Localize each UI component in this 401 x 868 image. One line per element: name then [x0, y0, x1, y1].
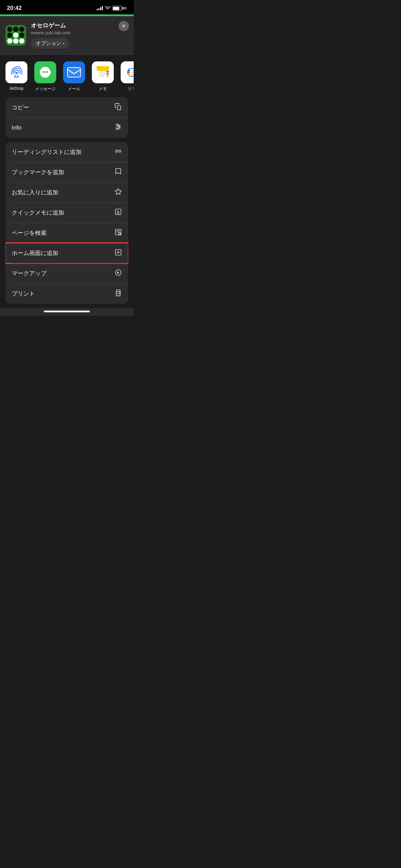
- airdrop-svg: [10, 65, 23, 79]
- print-icon: [114, 289, 122, 298]
- copy-icon: [114, 103, 122, 112]
- notes-label: メモ: [99, 86, 107, 92]
- info-label: Info: [12, 124, 21, 131]
- options-button[interactable]: オプション ›: [31, 38, 69, 49]
- svg-point-27: [128, 73, 130, 75]
- markup-label: マークアップ: [12, 269, 47, 277]
- svg-rect-18: [99, 74, 107, 74]
- reading-list-icon: [114, 147, 122, 157]
- app-item-notes[interactable]: メモ: [92, 61, 114, 92]
- svg-point-10: [45, 71, 46, 73]
- svg-point-20: [107, 71, 109, 73]
- svg-line-35: [119, 125, 120, 125]
- notes-icon: [92, 61, 114, 83]
- favorites-icon: [114, 188, 122, 197]
- share-url: reversi.yuki-lab.com: [31, 30, 128, 35]
- svg-rect-19: [99, 76, 104, 76]
- svg-point-43: [119, 150, 121, 152]
- app-item-messages[interactable]: メッセージ: [34, 61, 56, 92]
- copy-item[interactable]: コピー: [5, 97, 128, 118]
- svg-rect-28: [131, 70, 134, 71]
- print-label: プリント: [12, 290, 35, 298]
- signal-icon: [97, 6, 103, 10]
- share-header: オセロゲーム reversi.yuki-lab.com オプション › ✕: [0, 16, 134, 54]
- mail-icon: [63, 61, 85, 83]
- share-info: オセロゲーム reversi.yuki-lab.com オプション ›: [31, 22, 128, 49]
- app-icon: [5, 25, 26, 46]
- app-item-mail[interactable]: メール: [63, 61, 85, 92]
- svg-rect-12: [68, 68, 81, 77]
- mail-label: メール: [68, 86, 80, 92]
- bookmark-label: ブックマークを追加: [12, 168, 64, 176]
- app-item-airdrop[interactable]: AirDrop: [5, 61, 27, 92]
- svg-rect-31: [117, 106, 121, 110]
- info-item[interactable]: Info: [5, 118, 128, 138]
- battery-indicator: 80: [112, 6, 127, 11]
- bookmark-icon: [114, 168, 122, 177]
- close-button[interactable]: ✕: [119, 21, 129, 31]
- svg-rect-57: [117, 294, 120, 296]
- wifi-icon: [105, 6, 110, 10]
- svg-rect-58: [117, 290, 120, 292]
- svg-rect-29: [131, 72, 134, 73]
- share-title: オセロゲーム: [31, 22, 128, 29]
- battery-label: 80: [123, 6, 127, 10]
- status-icons: 80: [97, 6, 127, 11]
- quick-note-label: クイックメモに追加: [12, 209, 64, 217]
- airdrop-label: AirDrop: [10, 86, 24, 91]
- status-time: 20:42: [7, 5, 22, 12]
- airdrop-icon: [5, 61, 27, 83]
- markup-icon: [114, 269, 122, 278]
- quick-note-icon: [114, 208, 122, 217]
- home-indicator[interactable]: [0, 308, 134, 316]
- print-item[interactable]: プリント: [5, 284, 128, 304]
- quick-note-item[interactable]: クイックメモに追加: [5, 203, 128, 223]
- svg-point-59: [120, 292, 121, 293]
- reading-list-label: リーディングリストに追加: [12, 148, 82, 156]
- svg-point-25: [128, 69, 130, 71]
- menu-section-1: コピー Info: [5, 97, 128, 138]
- svg-point-0: [15, 72, 17, 74]
- messages-icon: [34, 61, 56, 83]
- svg-point-26: [128, 71, 130, 73]
- messages-label: メッセージ: [35, 86, 56, 92]
- add-to-home-icon: [114, 249, 122, 258]
- copy-label: コピー: [12, 104, 29, 111]
- svg-rect-16: [97, 66, 109, 71]
- add-to-home-label: ホーム画面に追加: [12, 249, 58, 257]
- svg-point-21: [107, 73, 109, 75]
- home-bar: [44, 311, 90, 312]
- svg-point-42: [116, 150, 118, 152]
- svg-line-40: [119, 128, 120, 129]
- favorites-label: お気に入りに追加: [12, 189, 58, 196]
- markup-item[interactable]: マークアップ: [5, 263, 128, 284]
- svg-rect-17: [99, 72, 107, 72]
- apps-scroll: AirDrop メッセージ: [0, 61, 134, 92]
- app-item-reminder[interactable]: リマ: [121, 61, 134, 92]
- bookmark-item[interactable]: ブックマークを追加: [5, 162, 128, 182]
- svg-rect-45: [116, 209, 121, 215]
- svg-point-11: [47, 71, 48, 73]
- find-on-page-label: ページを検索: [12, 229, 47, 237]
- find-on-page-item[interactable]: ページを検索: [5, 223, 128, 243]
- add-to-home-item[interactable]: ホーム画面に追加: [5, 243, 128, 263]
- apps-row: AirDrop メッセージ: [0, 55, 134, 97]
- reminder-label: リマ: [127, 86, 134, 92]
- svg-rect-30: [131, 74, 134, 75]
- menu-section-2: リーディングリストに追加 ブックマークを追加 お気に入りに追加 クイックメモに追…: [5, 142, 128, 304]
- reminder-icon: [121, 61, 134, 83]
- svg-point-9: [42, 71, 44, 73]
- reading-list-item[interactable]: リーディングリストに追加: [5, 142, 128, 162]
- svg-point-22: [107, 75, 109, 77]
- svg-marker-44: [115, 189, 121, 194]
- find-on-page-icon: [114, 228, 122, 238]
- info-icon: [114, 123, 122, 132]
- favorites-item[interactable]: お気に入りに追加: [5, 182, 128, 203]
- status-bar: 20:42 80: [0, 0, 134, 14]
